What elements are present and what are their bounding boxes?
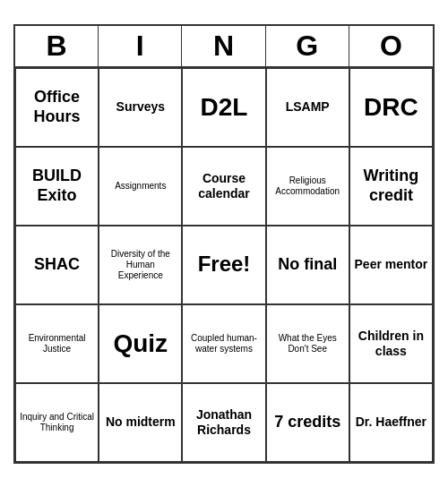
cell-text: Course calendar: [186, 171, 261, 201]
header-letter: I: [99, 26, 182, 66]
bingo-cell: Diversity of the Human Experience: [99, 226, 182, 304]
cell-text: Inquiry and Critical Thinking: [20, 412, 94, 433]
bingo-cell: Course calendar: [182, 147, 265, 226]
bingo-cell: BUILD Exito: [15, 147, 99, 226]
cell-text: Jonathan Richards: [186, 407, 261, 438]
header-letter: O: [349, 26, 433, 66]
cell-text: Peer mentor: [355, 257, 428, 272]
cell-text: BUILD Exito: [20, 167, 94, 205]
bingo-cell: No final: [266, 226, 349, 304]
cell-text: Quiz: [113, 329, 168, 359]
cell-text: 7 credits: [274, 413, 340, 432]
cell-text: Office Hours: [20, 88, 94, 126]
header-letter: B: [15, 26, 99, 66]
bingo-cell: Free!: [182, 226, 265, 304]
cell-text: No midterm: [106, 414, 176, 430]
bingo-cell: DRC: [349, 68, 433, 147]
bingo-cell: D2L: [182, 68, 265, 147]
cell-text: Environmental Justice: [20, 333, 94, 355]
bingo-cell: Coupled human-water systems: [182, 304, 265, 383]
cell-text: Diversity of the Human Experience: [103, 249, 177, 281]
bingo-cell: Office Hours: [15, 68, 99, 147]
header-letter: G: [266, 26, 349, 66]
bingo-cell: 7 credits: [266, 383, 349, 462]
bingo-cell: Children in class: [349, 304, 433, 383]
cell-text: Dr. Haeffner: [356, 414, 426, 430]
bingo-cell: Jonathan Richards: [182, 383, 265, 462]
cell-text: D2L: [201, 92, 248, 123]
bingo-cell: Assignments: [99, 147, 182, 226]
cell-text: LSAMP: [286, 99, 330, 115]
bingo-cell: Quiz: [99, 304, 182, 383]
bingo-cell: SHAC: [15, 226, 99, 304]
header-letter: N: [182, 26, 265, 66]
bingo-cell: Inquiry and Critical Thinking: [15, 383, 99, 462]
cell-text: No final: [278, 255, 337, 275]
bingo-grid: Office HoursSurveysD2LLSAMPDRCBUILD Exit…: [15, 68, 433, 462]
cell-text: Writing credit: [354, 167, 428, 205]
bingo-cell: Religious Accommodation: [266, 147, 349, 226]
cell-text: Surveys: [116, 99, 165, 115]
cell-text: Assignments: [115, 181, 166, 192]
bingo-header: BINGO: [15, 26, 433, 68]
cell-text: Coupled human-water systems: [186, 333, 261, 355]
bingo-cell: What the Eyes Don't See: [266, 304, 349, 383]
cell-text: SHAC: [34, 255, 80, 275]
bingo-cell: No midterm: [99, 383, 182, 462]
bingo-cell: LSAMP: [266, 68, 349, 147]
cell-text: DRC: [364, 92, 418, 123]
bingo-cell: Surveys: [99, 68, 182, 147]
bingo-cell: Peer mentor: [349, 226, 433, 304]
bingo-card: BINGO Office HoursSurveysD2LLSAMPDRCBUIL…: [13, 24, 435, 464]
cell-text: What the Eyes Don't See: [271, 333, 345, 355]
cell-text: Religious Accommodation: [271, 175, 345, 197]
cell-text: Free!: [198, 252, 251, 278]
bingo-cell: Writing credit: [349, 147, 433, 226]
bingo-cell: Dr. Haeffner: [349, 383, 433, 462]
bingo-cell: Environmental Justice: [15, 304, 99, 383]
cell-text: Children in class: [354, 329, 428, 359]
